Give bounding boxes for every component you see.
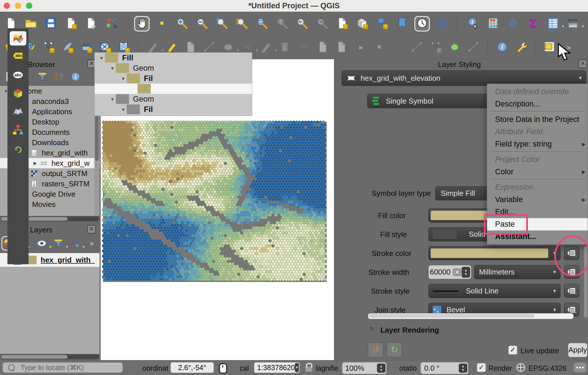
chevron-down-icon[interactable]: ▾: [582, 24, 584, 29]
zoom-next-button[interactable]: [315, 17, 329, 31]
menu-item-paste[interactable]: Paste: [487, 218, 588, 230]
stroke-width-data-defined-button[interactable]: [564, 265, 579, 279]
stroke-color-data-defined-button[interactable]: [564, 246, 579, 260]
layer-rendering-expander-icon[interactable]: ▷: [370, 325, 374, 331]
zoom-last-button[interactable]: [295, 17, 309, 31]
chevron-down-icon[interactable]: ▾: [237, 48, 239, 53]
pan-map-to-selection-button[interactable]: [155, 17, 169, 31]
styling-tab-mask[interactable]: abc: [10, 68, 26, 82]
new-spatial-bookmark-button[interactable]: *: [375, 17, 389, 31]
magnifier-spinner[interactable]: ▲▼: [377, 364, 386, 373]
menu-item-assistant[interactable]: Assistant...: [487, 230, 588, 243]
stroke-color-combo[interactable]: ▼: [428, 246, 561, 260]
delete-selected-button[interactable]: [278, 41, 292, 54]
advanced-digitize-button[interactable]: ▾: [259, 41, 273, 54]
locator-search-input[interactable]: Type to locate (⌘K): [2, 362, 123, 373]
redo-button[interactable]: ↻: [387, 342, 402, 357]
symbol-tree-row[interactable]: ▼Fil: [95, 104, 252, 115]
stroke-style-data-defined-button[interactable]: [564, 284, 579, 298]
zoom-full-extent-button[interactable]: [215, 17, 229, 31]
new-map-view-button[interactable]: *: [335, 17, 349, 31]
symbol-tree-row[interactable]: [95, 84, 252, 94]
statistical-summary-button[interactable]: [486, 17, 500, 31]
symbol-tree-row[interactable]: ▼Fill: [95, 53, 252, 63]
messages-bubble-icon[interactable]: [574, 363, 586, 372]
zoom-in-button[interactable]: [175, 17, 189, 31]
styling-vertical-scrollbar[interactable]: [584, 246, 587, 318]
styling-tab-labels[interactable]: abc: [10, 50, 26, 64]
hex-grid-map[interactable]: [101, 119, 328, 284]
cut-features-button[interactable]: ✂: [297, 41, 311, 54]
coordinate-field[interactable]: 2.6°,-54°: [170, 362, 214, 373]
collapse-all-button[interactable]: [53, 70, 65, 83]
toolbar-overflow-mid-button[interactable]: »: [353, 41, 367, 54]
measure-line-button[interactable]: ▾: [566, 17, 580, 31]
scale-combo[interactable]: 1:38378620 ▼: [254, 362, 300, 373]
new-shapefile-layer-button[interactable]: *: [61, 41, 74, 54]
vertex-tool-button[interactable]: *: [429, 41, 443, 54]
expander-icon[interactable]: ▶: [32, 161, 38, 166]
properties-info-button[interactable]: i: [69, 70, 82, 83]
paste-features-button[interactable]: [335, 41, 348, 54]
add-vector-layer-button[interactable]: *: [42, 41, 55, 54]
styling-tab-history[interactable]: [10, 141, 26, 155]
magnifier-spinbox[interactable]: 100% ▲▼: [342, 362, 387, 374]
menu-item-color[interactable]: Color▶: [487, 166, 588, 178]
symbol-tree-row[interactable]: ▼Geom: [95, 63, 252, 73]
rotation-spinbox[interactable]: 0.0 ° ▲▼: [420, 362, 468, 374]
manage-visibility-button[interactable]: ▾: [35, 237, 48, 250]
clear-value-icon[interactable]: ✕: [453, 268, 461, 276]
chevron-down-icon[interactable]: ▾: [562, 24, 564, 29]
chevron-down-icon[interactable]: ▼: [295, 363, 299, 372]
chevron-down-icon[interactable]: ▾: [558, 48, 561, 53]
show-statistics-sum-button[interactable]: Σ: [526, 17, 540, 31]
identify-features-button[interactable]: i: [466, 17, 480, 31]
split-features-button[interactable]: [410, 41, 424, 54]
layers-overflow-button[interactable]: »: [85, 237, 98, 250]
layer-rendering-header[interactable]: Layer Rendering: [380, 326, 439, 335]
toolbox-wrench-button[interactable]: [514, 41, 528, 54]
styling-tab-symbology[interactable]: [10, 31, 26, 46]
menu-item-description[interactable]: Description...: [487, 98, 588, 110]
styling-tab-view-3d[interactable]: [10, 86, 26, 100]
chevron-down-icon[interactable]: ▾: [161, 48, 164, 53]
help-contents-button[interactable]: i: [495, 41, 509, 54]
open-attribute-table-button[interactable]: ▾: [546, 17, 560, 31]
refresh-map-button[interactable]: [435, 17, 449, 31]
layers-close-icon[interactable]: ✕: [87, 225, 96, 234]
copy-features-button[interactable]: [316, 41, 329, 54]
add-annotation-button[interactable]: [448, 41, 462, 54]
zoom-out-button[interactable]: [195, 17, 209, 31]
lock-scale-icon[interactable]: [305, 367, 312, 372]
menu-item-field-type-string[interactable]: Field type: string▶: [487, 138, 588, 150]
menu-item-variable[interactable]: Variable▶: [487, 194, 588, 206]
show-spatial-bookmarks-button[interactable]: [395, 17, 409, 31]
chevron-down-icon[interactable]: ▾: [256, 48, 258, 53]
stroke-style-combo[interactable]: Solid Line ▼: [428, 284, 561, 298]
layer-name[interactable]: hex_grid_with_: [41, 256, 98, 265]
chevron-down-icon[interactable]: ▾: [275, 48, 277, 53]
filter-legend-button[interactable]: ▾: [52, 237, 65, 250]
add-mesh-layer-button[interactable]: *: [80, 41, 93, 54]
render-checkbox[interactable]: ✓: [476, 363, 486, 372]
symbol-tree-row[interactable]: ▼Geom: [95, 94, 252, 104]
rotation-spinner[interactable]: ▲▼: [459, 364, 467, 373]
zoom-native-button[interactable]: 1:1: [275, 17, 289, 31]
styling-tab-diagrams[interactable]: [10, 104, 26, 119]
symbol-tree-row[interactable]: ▼Fil: [95, 73, 252, 84]
styling-close-icon[interactable]: ✕: [579, 60, 587, 68]
new-3d-map-view-button[interactable]: *: [355, 17, 369, 31]
zoom-to-selection-button[interactable]: [235, 17, 249, 31]
layout-decoration-button[interactable]: [467, 41, 480, 54]
move-feature-button[interactable]: [372, 41, 386, 54]
toolbar-overflow-end-button[interactable]: »: [562, 41, 575, 54]
undo-button[interactable]: ↺: [368, 342, 383, 357]
rotate-feature-button[interactable]: [391, 41, 405, 54]
stroke-width-spinbox[interactable]: 60000 ✕ ▲▼: [428, 265, 471, 279]
filter-browser-button[interactable]: [36, 70, 49, 83]
filter-by-expression-button[interactable]: ε▾: [69, 237, 81, 250]
show-layout-manager-button[interactable]: [84, 17, 98, 31]
stroke-width-unit-combo[interactable]: Millimeters ▼: [474, 265, 561, 279]
temporal-controller-button[interactable]: [415, 17, 429, 31]
styling-tab-style-tree[interactable]: [10, 123, 26, 137]
